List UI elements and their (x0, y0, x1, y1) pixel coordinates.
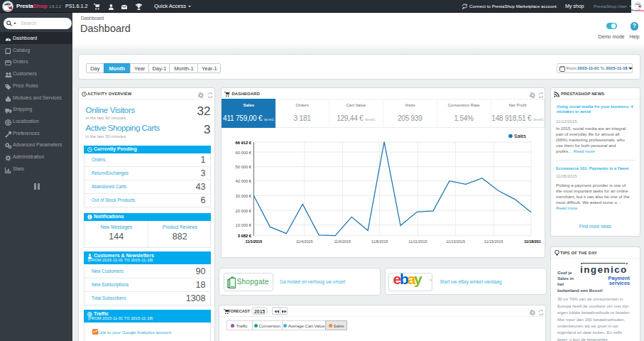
svg-text:50 000 €: 50 000 € (236, 165, 252, 169)
svg-text:20 000 €: 20 000 € (236, 209, 252, 213)
svg-text:Sales: Sales (514, 134, 527, 139)
svg-text:11/15/2015: 11/15/2015 (484, 239, 503, 244)
svg-text:11/13/2015: 11/13/2015 (447, 239, 466, 244)
svg-text:11/1/2015: 11/1/2015 (246, 239, 263, 244)
svg-text:11/6/2015: 11/6/2015 (334, 239, 351, 244)
svg-text:11/4/2015: 11/4/2015 (296, 239, 313, 244)
svg-text:3 082 €: 3 082 € (238, 234, 252, 238)
svg-text:30 000 €: 30 000 € (236, 194, 252, 198)
svg-text:66 912 €: 66 912 € (236, 141, 252, 145)
svg-text:11/11/2015: 11/11/2015 (409, 239, 427, 244)
svg-text:60 000 €: 60 000 € (236, 151, 252, 155)
svg-text:11/18/201: 11/18/201 (525, 239, 542, 244)
svg-text:11/8/2015: 11/8/2015 (371, 239, 388, 244)
svg-text:40 000 €: 40 000 € (236, 179, 252, 183)
svg-text:10 000 €: 10 000 € (236, 223, 252, 227)
